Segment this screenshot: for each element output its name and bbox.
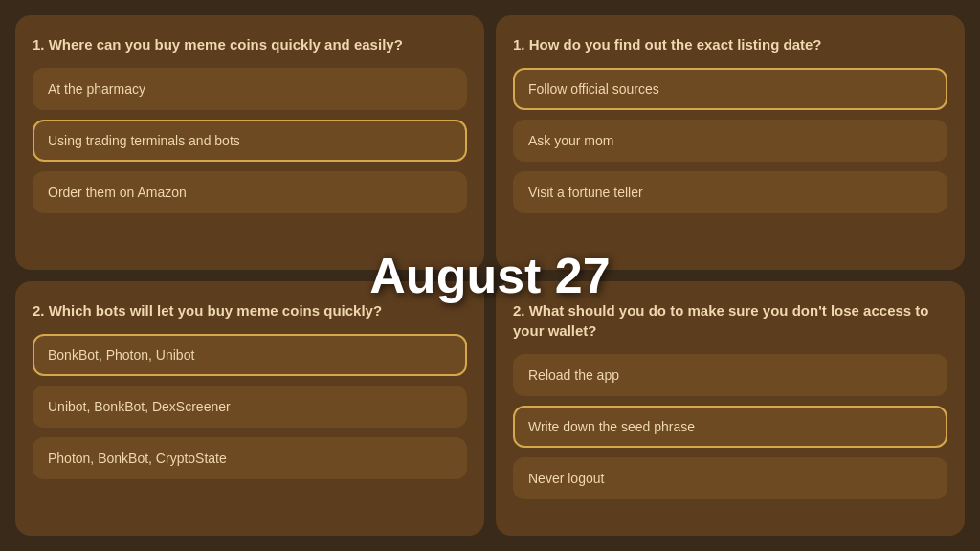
option-q1a3[interactable]: Order them on Amazon bbox=[33, 171, 467, 213]
option-q4a2[interactable]: Write down the seed phrase bbox=[513, 406, 947, 448]
option-q3a2[interactable]: Unibot, BonkBot, DexScreener bbox=[33, 386, 467, 428]
option-q2a3[interactable]: Visit a fortune teller bbox=[513, 171, 947, 213]
question-q2: 1. How do you find out the exact listing… bbox=[513, 34, 947, 55]
question-q4: 2. What should you do to make sure you d… bbox=[513, 300, 947, 341]
quiz-grid: 1. Where can you buy meme coins quickly … bbox=[0, 0, 980, 551]
option-q2a2[interactable]: Ask your mom bbox=[513, 120, 947, 162]
card-q2: 1. How do you find out the exact listing… bbox=[496, 15, 965, 270]
question-q1: 1. Where can you buy meme coins quickly … bbox=[33, 34, 467, 55]
option-q1a1[interactable]: At the pharmacy bbox=[33, 68, 467, 110]
card-q1: 1. Where can you buy meme coins quickly … bbox=[15, 15, 484, 270]
option-q2a1[interactable]: Follow official sources bbox=[513, 68, 947, 110]
card-q4: 2. What should you do to make sure you d… bbox=[496, 281, 965, 536]
option-q3a1[interactable]: BonkBot, Photon, Unibot bbox=[33, 334, 467, 376]
option-q4a1[interactable]: Reload the app bbox=[513, 354, 947, 396]
card-q3: 2. Which bots will let you buy meme coin… bbox=[15, 281, 484, 536]
option-q1a2[interactable]: Using trading terminals and bots bbox=[33, 120, 467, 162]
option-q4a3[interactable]: Never logout bbox=[513, 457, 947, 499]
question-q3: 2. Which bots will let you buy meme coin… bbox=[33, 300, 467, 320]
option-q3a3[interactable]: Photon, BonkBot, CryptoState bbox=[33, 437, 467, 479]
